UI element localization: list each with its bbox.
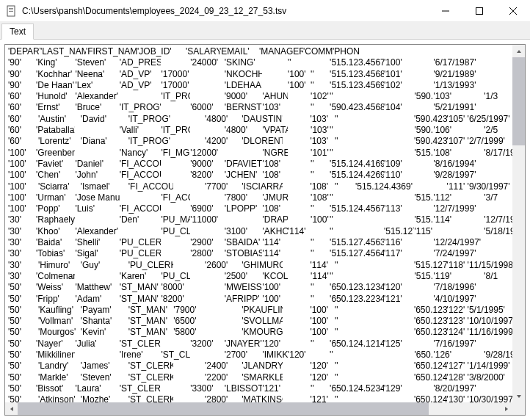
- table-cell: [414, 69, 433, 80]
- table-cell: '4/10/1997': [433, 294, 484, 305]
- table-row: '50''Fripp''Adam''ST_MAN''8200''AFRIPP''…: [8, 294, 522, 305]
- table-row: '100''Urman''Jose Manuel''FI_ACCOUNT''78…: [8, 192, 522, 203]
- svg-rect-1: [9, 8, 13, 9]
- table-cell: '100': [8, 170, 36, 181]
- table-cell: 'Popp': [36, 203, 75, 214]
- table-cell: [225, 148, 263, 159]
- table-cell: '30': [8, 271, 36, 282]
- table-cell: [384, 91, 414, 102]
- table-cell: '': [330, 192, 384, 203]
- vertical-scrollbar[interactable]: [512, 45, 525, 402]
- table-cell: [173, 361, 205, 372]
- scroll-left-button[interactable]: [5, 402, 18, 415]
- table-cell: [205, 327, 242, 338]
- table-cell: '101': [311, 148, 330, 159]
- table-cell: '2900': [190, 237, 225, 248]
- table-row: '50''Markle''Steven''ST_CLERK''2200''SMA…: [8, 372, 522, 383]
- table-cell: '515.127.4562': [384, 226, 414, 237]
- table-cell: 'ST_CLERK': [161, 350, 190, 361]
- table-cell: 'Julia': [75, 338, 119, 350]
- table-cell: '103': [310, 136, 335, 147]
- table-cell: 'KCOLMENA': [262, 271, 288, 282]
- table-cell: [190, 69, 225, 80]
- table-cell: 'Bissot': [36, 383, 75, 394]
- table-cell: '114': [433, 214, 484, 225]
- table-cell: '60': [8, 125, 36, 136]
- scroll-down-button[interactable]: [512, 390, 525, 402]
- svg-rect-5: [476, 8, 483, 15]
- table-cell: 'Kochhar': [36, 69, 75, 80]
- column-header: 'EMAIL': [219, 46, 259, 57]
- vscroll-thumb[interactable]: [512, 57, 525, 145]
- hscroll-thumb[interactable]: [18, 402, 429, 415]
- table-cell: '5800': [173, 327, 205, 338]
- table-cell: '515.127.4561': [414, 214, 433, 225]
- tab-text[interactable]: Text: [1, 23, 34, 40]
- table-cell: '8/20/1997': [433, 383, 484, 394]
- table-cell: '650.123.5234': [414, 327, 447, 338]
- table-cell: '4200': [205, 136, 242, 147]
- table-cell: '9/21/1989': [433, 69, 484, 80]
- column-header: 'JOB_ID': [137, 46, 186, 57]
- table-cell: 'IMIKKILI': [262, 350, 288, 361]
- table-cell: '': [335, 327, 355, 338]
- scroll-right-button[interactable]: [500, 402, 512, 415]
- table-cell: 'King': [36, 57, 75, 68]
- content-wrap: 'DEPARTMENT_ID''LAST_NAME''FIRST_NAME''J…: [0, 40, 530, 420]
- hscroll-track[interactable]: [18, 402, 500, 415]
- table-cell: '': [330, 214, 384, 225]
- table-cell: 'Jose Manuel': [75, 192, 119, 203]
- table-cell: '12/7/1999': [433, 203, 484, 214]
- table-cell: '515.127.4565': [414, 260, 447, 271]
- table-cell: '650.123.2234': [330, 294, 384, 305]
- table-cell: '650.124.1434': [414, 372, 447, 383]
- table-cell: 'Adam': [75, 294, 119, 305]
- table-cell: '': [330, 148, 384, 159]
- table-cell: '50': [8, 338, 36, 350]
- table-cell: [355, 361, 414, 372]
- table-cell: '515.124.4369': [355, 181, 414, 192]
- table-cell: 'Kaufling': [38, 305, 81, 316]
- table-cell: [161, 159, 190, 170]
- vscroll-track[interactable]: [512, 57, 525, 390]
- table-cell: '30': [8, 237, 36, 248]
- table-cell: '17000': [161, 69, 190, 80]
- table-cell: 'LBISSOT': [225, 383, 263, 394]
- scroll-up-button[interactable]: [512, 45, 525, 57]
- table-cell: 'GHIMURO': [242, 260, 283, 271]
- table-cell: '24000': [190, 57, 225, 68]
- table-cell: [384, 271, 414, 282]
- table-cell: [384, 125, 414, 136]
- table-cell: 'FI_ACCOUNT': [120, 170, 161, 181]
- minimize-button[interactable]: [429, 0, 462, 22]
- table-cell: '128': [447, 372, 468, 383]
- table-cell: '': [335, 305, 355, 316]
- table-cell: 'AD_VP': [120, 69, 161, 80]
- maximize-button[interactable]: [462, 0, 496, 22]
- table-cell: '515.123.4568': [330, 69, 384, 80]
- table-cell: 'Shanta': [81, 316, 128, 327]
- table-cell: 'Matthew': [75, 282, 119, 293]
- table-cell: 'Greenberg': [36, 148, 75, 159]
- table-row: '60''Pataballa''Valli''IT_PROG''4800''VP…: [8, 125, 522, 136]
- table-cell: 'Lorentz': [38, 136, 81, 147]
- table-cell: '5/21/1991': [433, 102, 484, 113]
- table-cell: '650.124.1224': [414, 350, 433, 361]
- table-cell: [288, 214, 311, 225]
- table-cell: [288, 159, 311, 170]
- table-row: '90''King''Steven''AD_PRES''24000''SKING…: [8, 57, 522, 68]
- text-area[interactable]: 'DEPARTMENT_ID''LAST_NAME''FIRST_NAME''J…: [4, 44, 526, 416]
- table-cell: 'Urman': [36, 192, 75, 203]
- close-button[interactable]: [496, 0, 530, 22]
- table-cell: [283, 361, 310, 372]
- table-cell: 'Guy': [81, 260, 128, 271]
- table-cell: 'Raphaely': [36, 214, 75, 225]
- table-cell: 'ST_CLERK': [128, 361, 173, 372]
- table-cell: 'LDEHAAN': [225, 80, 263, 91]
- table-cell: '114': [262, 237, 288, 248]
- horizontal-scrollbar[interactable]: [5, 402, 512, 415]
- table-cell: 'Sigal': [75, 248, 119, 259]
- table-cell: 'FI_ACCOUNT': [128, 181, 173, 192]
- table-cell: [190, 91, 225, 102]
- table-cell: '17000': [161, 80, 190, 91]
